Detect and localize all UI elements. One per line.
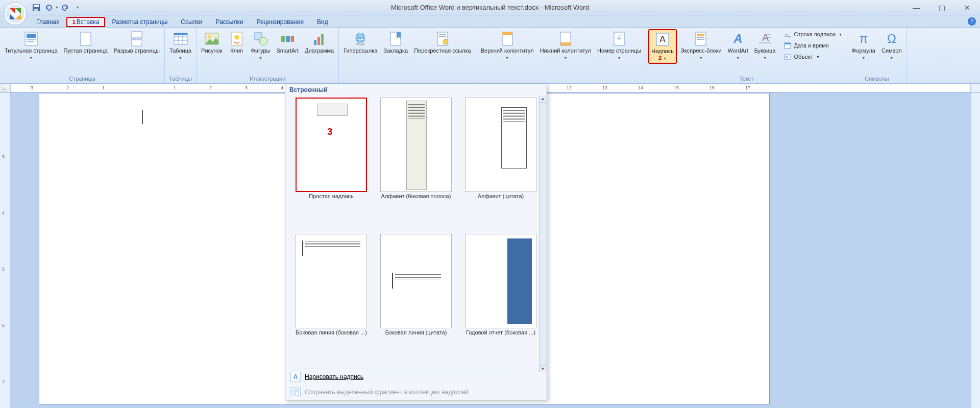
- gallery-thumb: [380, 234, 452, 328]
- wordart-button[interactable]: AWordArt▼: [725, 29, 751, 63]
- ruler-tick: 12: [567, 85, 572, 90]
- ribbon-group-tables: Таблица▼ Таблицы: [165, 28, 197, 83]
- ruler-tick: 13: [602, 85, 607, 90]
- tab-review[interactable]: Рецензирование: [250, 16, 310, 27]
- maximize-button[interactable]: ▢: [929, 0, 954, 15]
- table-button[interactable]: Таблица▼: [167, 29, 194, 63]
- tab-view[interactable]: Вид: [310, 16, 335, 27]
- draw-textbox-icon: A: [290, 372, 301, 382]
- gallery-thumb: 3: [296, 98, 367, 192]
- text-cursor: [142, 110, 143, 124]
- gallery-scrollbar[interactable]: ▲ ▼: [539, 95, 546, 372]
- document-area: L 3211234567891011121314151617 34567 Вст…: [0, 84, 980, 408]
- window-controls: — ▢ ✕: [903, 0, 980, 15]
- svg-rect-28: [314, 40, 316, 45]
- gallery-item-sideline-quote[interactable]: Боковая линия (цитата): [375, 234, 457, 367]
- svg-text:Ω: Ω: [887, 32, 896, 45]
- svg-rect-10: [132, 32, 142, 38]
- shapes-button[interactable]: Фигуры▼: [249, 29, 273, 63]
- svg-rect-48: [697, 34, 704, 36]
- group-label-illustrations: Иллюстрации: [199, 75, 336, 83]
- cross-reference-button[interactable]: Перекрестная ссылка: [411, 29, 474, 56]
- gallery-footer: A Нарисовать надпись Сохранить выделенны…: [285, 369, 547, 400]
- hyperlink-button[interactable]: Гиперссылка: [341, 29, 380, 56]
- symbol-button[interactable]: ΩСимвол▼: [879, 29, 904, 63]
- chart-button[interactable]: Диаграмма: [302, 29, 336, 56]
- svg-rect-8: [27, 41, 34, 42]
- title-bar: ▼ ▾ Microsoft Office Word и вертикальный…: [0, 0, 980, 15]
- svg-rect-60: [786, 56, 788, 58]
- smartart-button[interactable]: SmartArt: [274, 29, 301, 56]
- gallery-caption: Алфавит (боковая полоса): [378, 193, 454, 199]
- svg-rect-25: [281, 36, 285, 42]
- ruler-tick: 16: [709, 85, 715, 90]
- qat-customize-icon[interactable]: ▾: [72, 2, 83, 13]
- header-button[interactable]: Верхний колонтитул▼: [478, 29, 536, 63]
- svg-rect-26: [286, 36, 290, 42]
- page-number-button[interactable]: #Номер страницы▼: [595, 29, 644, 63]
- ruler-tick: 2: [209, 85, 212, 90]
- gallery-header: Встроенный: [285, 84, 547, 95]
- blank-page-button[interactable]: Пустая страница: [61, 29, 110, 56]
- gallery-item-annual-report[interactable]: Годовой отчет (боковая ...): [460, 234, 542, 367]
- save-icon[interactable]: [31, 2, 42, 13]
- page-break-button[interactable]: Разрыв страницы: [111, 29, 162, 56]
- date-time-button[interactable]: Дата и время: [781, 40, 844, 51]
- ruler-tick: 15: [674, 85, 679, 90]
- tab-insert[interactable]: 1Вставка: [66, 17, 106, 27]
- tab-home[interactable]: Главная: [30, 16, 66, 27]
- ruler-corner[interactable]: L: [1, 85, 8, 92]
- picture-button[interactable]: Рисунок: [199, 29, 225, 56]
- vertical-ruler[interactable]: 34567: [0, 93, 10, 408]
- office-button[interactable]: [3, 1, 28, 27]
- ribbon-group-links: Гиперссылка Закладка Перекрестная ссылка: [339, 28, 476, 83]
- svg-rect-58: [785, 43, 791, 44]
- svg-rect-64: [296, 392, 299, 395]
- tab-mailings[interactable]: Рассылки: [209, 16, 250, 27]
- minimize-button[interactable]: —: [903, 0, 929, 15]
- ribbon-tabs: Главная 1Вставка Разметка страницы Ссылк…: [0, 15, 980, 28]
- ruler-tick: 14: [638, 85, 643, 90]
- scroll-down-icon[interactable]: ▼: [540, 365, 546, 372]
- tab-references[interactable]: Ссылки: [174, 16, 209, 27]
- equation-button[interactable]: πФормула▼: [849, 29, 878, 63]
- svg-point-20: [208, 35, 211, 38]
- gallery-item-sideline-sidebar[interactable]: Боковая линия (боковая ...): [290, 234, 372, 367]
- quick-parts-button[interactable]: Экспресс-блоки▼: [678, 29, 724, 63]
- group-label-text: Текст: [648, 75, 845, 83]
- ruler-tick: 5: [2, 267, 5, 272]
- gallery-item-alphabet-quote[interactable]: Алфавит (цитата): [460, 98, 542, 231]
- gallery-item-alphabet-sidebar[interactable]: Алфавит (боковая полоса): [375, 98, 457, 231]
- svg-rect-40: [502, 32, 512, 35]
- textbox-gallery: Встроенный 3 Простая надпись Алфавит (бо…: [285, 84, 547, 400]
- ribbon: Титульная страница▼ Пустая страница Разр…: [0, 28, 980, 84]
- scroll-up-icon[interactable]: ▲: [540, 95, 546, 103]
- textbox-button[interactable]: AНадпись2 ▼: [648, 29, 677, 64]
- drop-cap-button[interactable]: AБуквица▼: [752, 29, 778, 63]
- gallery-item-simple-textbox[interactable]: 3 Простая надпись: [290, 98, 372, 231]
- undo-icon[interactable]: [43, 2, 54, 13]
- gallery-caption: Годовой отчет (боковая ...): [462, 329, 539, 335]
- redo-icon[interactable]: [60, 2, 71, 13]
- footer-button[interactable]: Нижний колонтитул▼: [537, 29, 594, 63]
- bookmark-button[interactable]: Закладка: [381, 29, 410, 56]
- signature-line-button[interactable]: Строка подписи▼: [781, 29, 844, 39]
- svg-rect-9: [81, 32, 91, 45]
- ribbon-group-illustrations: Рисунок Клип Фигуры▼ SmartArt Диаграмма …: [197, 28, 339, 83]
- draw-textbox-button[interactable]: A Нарисовать надпись: [285, 369, 547, 385]
- svg-text:A: A: [733, 32, 742, 45]
- ruler-tick: 7: [2, 379, 5, 384]
- clipart-button[interactable]: Клип: [226, 29, 248, 56]
- help-icon[interactable]: ?: [968, 17, 976, 26]
- quick-access-toolbar: ▼ ▾: [31, 2, 83, 13]
- svg-rect-49: [697, 37, 704, 38]
- svg-rect-11: [132, 40, 142, 46]
- tab-page-layout[interactable]: Разметка страницы: [105, 16, 174, 27]
- window-title: Microsoft Office Word и вертикальный тек…: [391, 4, 589, 11]
- object-button[interactable]: Объект▼: [781, 52, 844, 62]
- svg-rect-27: [291, 36, 294, 42]
- close-button[interactable]: ✕: [954, 0, 980, 15]
- vertical-scrollbar[interactable]: [971, 93, 980, 408]
- svg-text:π: π: [860, 32, 868, 45]
- cover-page-button[interactable]: Титульная страница▼: [2, 29, 60, 63]
